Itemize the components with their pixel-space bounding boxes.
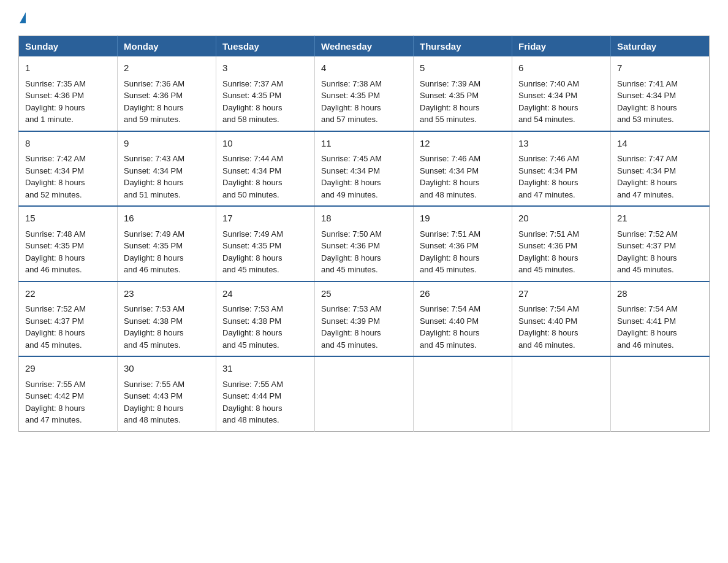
- calendar-day-cell: 15Sunrise: 7:48 AMSunset: 4:35 PMDayligh…: [19, 206, 118, 282]
- day-number: 27: [518, 287, 604, 301]
- calendar-day-cell: 30Sunrise: 7:55 AMSunset: 4:43 PMDayligh…: [118, 356, 216, 431]
- calendar-day-cell: 1Sunrise: 7:35 AMSunset: 4:36 PMDaylight…: [19, 56, 118, 131]
- column-header-saturday: Saturday: [611, 36, 710, 57]
- calendar-day-cell: 27Sunrise: 7:54 AMSunset: 4:40 PMDayligh…: [512, 282, 611, 357]
- day-info: Sunrise: 7:51 AMSunset: 4:36 PMDaylight:…: [420, 228, 506, 276]
- calendar-day-cell: 16Sunrise: 7:49 AMSunset: 4:35 PMDayligh…: [118, 206, 216, 282]
- calendar-day-cell: 20Sunrise: 7:51 AMSunset: 4:36 PMDayligh…: [512, 206, 611, 282]
- calendar-day-cell: 28Sunrise: 7:54 AMSunset: 4:41 PMDayligh…: [611, 282, 710, 357]
- calendar-day-cell: 22Sunrise: 7:52 AMSunset: 4:37 PMDayligh…: [19, 282, 118, 357]
- day-info: Sunrise: 7:38 AMSunset: 4:35 PMDaylight:…: [321, 78, 407, 126]
- column-header-wednesday: Wednesday: [315, 36, 414, 57]
- calendar-day-cell: 4Sunrise: 7:38 AMSunset: 4:35 PMDaylight…: [315, 56, 414, 131]
- calendar-day-cell: 31Sunrise: 7:55 AMSunset: 4:44 PMDayligh…: [216, 356, 315, 431]
- calendar-day-cell: 11Sunrise: 7:45 AMSunset: 4:34 PMDayligh…: [315, 131, 414, 207]
- day-number: 12: [420, 137, 506, 151]
- column-header-thursday: Thursday: [414, 36, 512, 57]
- calendar-day-cell: 23Sunrise: 7:53 AMSunset: 4:38 PMDayligh…: [118, 282, 216, 357]
- day-info: Sunrise: 7:53 AMSunset: 4:38 PMDaylight:…: [222, 303, 308, 351]
- column-header-friday: Friday: [512, 36, 611, 57]
- day-info: Sunrise: 7:36 AMSunset: 4:36 PMDaylight:…: [124, 78, 210, 126]
- calendar-day-cell: 9Sunrise: 7:43 AMSunset: 4:34 PMDaylight…: [118, 131, 216, 207]
- day-info: Sunrise: 7:42 AMSunset: 4:34 PMDaylight:…: [25, 153, 111, 201]
- day-info: Sunrise: 7:52 AMSunset: 4:37 PMDaylight:…: [617, 228, 703, 276]
- day-number: 15: [25, 212, 111, 226]
- day-number: 24: [222, 287, 308, 301]
- day-number: 9: [124, 137, 210, 151]
- calendar-day-cell: 14Sunrise: 7:47 AMSunset: 4:34 PMDayligh…: [611, 131, 710, 207]
- day-number: 21: [617, 212, 703, 226]
- day-number: 6: [518, 61, 604, 75]
- day-info: Sunrise: 7:46 AMSunset: 4:34 PMDaylight:…: [518, 153, 604, 201]
- calendar-day-cell: 2Sunrise: 7:36 AMSunset: 4:36 PMDaylight…: [118, 56, 216, 131]
- calendar-table: SundayMondayTuesdayWednesdayThursdayFrid…: [18, 36, 710, 432]
- day-info: Sunrise: 7:52 AMSunset: 4:37 PMDaylight:…: [25, 303, 111, 351]
- column-header-monday: Monday: [118, 36, 216, 57]
- calendar-day-cell: 8Sunrise: 7:42 AMSunset: 4:34 PMDaylight…: [19, 131, 118, 207]
- empty-cell: [512, 356, 611, 431]
- day-number: 22: [25, 287, 111, 301]
- day-info: Sunrise: 7:53 AMSunset: 4:39 PMDaylight:…: [321, 303, 407, 351]
- day-info: Sunrise: 7:55 AMSunset: 4:44 PMDaylight:…: [222, 378, 308, 426]
- calendar-header-row: SundayMondayTuesdayWednesdayThursdayFrid…: [19, 36, 710, 57]
- day-number: 31: [222, 362, 308, 376]
- column-header-sunday: Sunday: [19, 36, 118, 57]
- day-info: Sunrise: 7:37 AMSunset: 4:35 PMDaylight:…: [222, 78, 308, 126]
- day-number: 30: [124, 362, 210, 376]
- day-info: Sunrise: 7:54 AMSunset: 4:40 PMDaylight:…: [420, 303, 506, 351]
- day-info: Sunrise: 7:55 AMSunset: 4:43 PMDaylight:…: [124, 378, 210, 426]
- day-info: Sunrise: 7:46 AMSunset: 4:34 PMDaylight:…: [420, 153, 506, 201]
- calendar-day-cell: 19Sunrise: 7:51 AMSunset: 4:36 PMDayligh…: [414, 206, 512, 282]
- day-info: Sunrise: 7:54 AMSunset: 4:40 PMDaylight:…: [518, 303, 604, 351]
- day-number: 1: [25, 61, 111, 75]
- day-number: 29: [25, 362, 111, 376]
- calendar-day-cell: 18Sunrise: 7:50 AMSunset: 4:36 PMDayligh…: [315, 206, 414, 282]
- day-info: Sunrise: 7:51 AMSunset: 4:36 PMDaylight:…: [518, 228, 604, 276]
- day-info: Sunrise: 7:53 AMSunset: 4:38 PMDaylight:…: [124, 303, 210, 351]
- day-info: Sunrise: 7:54 AMSunset: 4:41 PMDaylight:…: [617, 303, 703, 351]
- day-info: Sunrise: 7:43 AMSunset: 4:34 PMDaylight:…: [124, 153, 210, 201]
- calendar-day-cell: 29Sunrise: 7:55 AMSunset: 4:42 PMDayligh…: [19, 356, 118, 431]
- day-info: Sunrise: 7:44 AMSunset: 4:34 PMDaylight:…: [222, 153, 308, 201]
- calendar-week-row: 8Sunrise: 7:42 AMSunset: 4:34 PMDaylight…: [19, 131, 710, 207]
- calendar-week-row: 15Sunrise: 7:48 AMSunset: 4:35 PMDayligh…: [19, 206, 710, 282]
- empty-cell: [414, 356, 512, 431]
- day-info: Sunrise: 7:49 AMSunset: 4:35 PMDaylight:…: [124, 228, 210, 276]
- calendar-day-cell: 17Sunrise: 7:49 AMSunset: 4:35 PMDayligh…: [216, 206, 315, 282]
- calendar-week-row: 22Sunrise: 7:52 AMSunset: 4:37 PMDayligh…: [19, 282, 710, 357]
- calendar-day-cell: 10Sunrise: 7:44 AMSunset: 4:34 PMDayligh…: [216, 131, 315, 207]
- day-number: 3: [222, 61, 308, 75]
- logo: [18, 12, 26, 23]
- calendar-week-row: 29Sunrise: 7:55 AMSunset: 4:42 PMDayligh…: [19, 356, 710, 431]
- day-info: Sunrise: 7:48 AMSunset: 4:35 PMDaylight:…: [25, 228, 111, 276]
- calendar-day-cell: 25Sunrise: 7:53 AMSunset: 4:39 PMDayligh…: [315, 282, 414, 357]
- day-number: 25: [321, 287, 407, 301]
- day-info: Sunrise: 7:50 AMSunset: 4:36 PMDaylight:…: [321, 228, 407, 276]
- calendar-day-cell: 21Sunrise: 7:52 AMSunset: 4:37 PMDayligh…: [611, 206, 710, 282]
- day-number: 20: [518, 212, 604, 226]
- day-info: Sunrise: 7:40 AMSunset: 4:34 PMDaylight:…: [518, 78, 604, 126]
- day-number: 19: [420, 212, 506, 226]
- day-info: Sunrise: 7:39 AMSunset: 4:35 PMDaylight:…: [420, 78, 506, 126]
- day-number: 4: [321, 61, 407, 75]
- calendar-week-row: 1Sunrise: 7:35 AMSunset: 4:36 PMDaylight…: [19, 56, 710, 131]
- day-number: 23: [124, 287, 210, 301]
- calendar-day-cell: 13Sunrise: 7:46 AMSunset: 4:34 PMDayligh…: [512, 131, 611, 207]
- day-number: 7: [617, 61, 703, 75]
- calendar-day-cell: 26Sunrise: 7:54 AMSunset: 4:40 PMDayligh…: [414, 282, 512, 357]
- day-number: 5: [420, 61, 506, 75]
- day-number: 13: [518, 137, 604, 151]
- calendar-day-cell: 12Sunrise: 7:46 AMSunset: 4:34 PMDayligh…: [414, 131, 512, 207]
- day-number: 16: [124, 212, 210, 226]
- page-header: [18, 12, 710, 23]
- day-info: Sunrise: 7:35 AMSunset: 4:36 PMDaylight:…: [25, 78, 111, 126]
- day-number: 17: [222, 212, 308, 226]
- calendar-day-cell: 6Sunrise: 7:40 AMSunset: 4:34 PMDaylight…: [512, 56, 611, 131]
- day-number: 28: [617, 287, 703, 301]
- day-number: 11: [321, 137, 407, 151]
- calendar-day-cell: 24Sunrise: 7:53 AMSunset: 4:38 PMDayligh…: [216, 282, 315, 357]
- day-number: 26: [420, 287, 506, 301]
- day-info: Sunrise: 7:45 AMSunset: 4:34 PMDaylight:…: [321, 153, 407, 201]
- day-info: Sunrise: 7:49 AMSunset: 4:35 PMDaylight:…: [222, 228, 308, 276]
- calendar-day-cell: 5Sunrise: 7:39 AMSunset: 4:35 PMDaylight…: [414, 56, 512, 131]
